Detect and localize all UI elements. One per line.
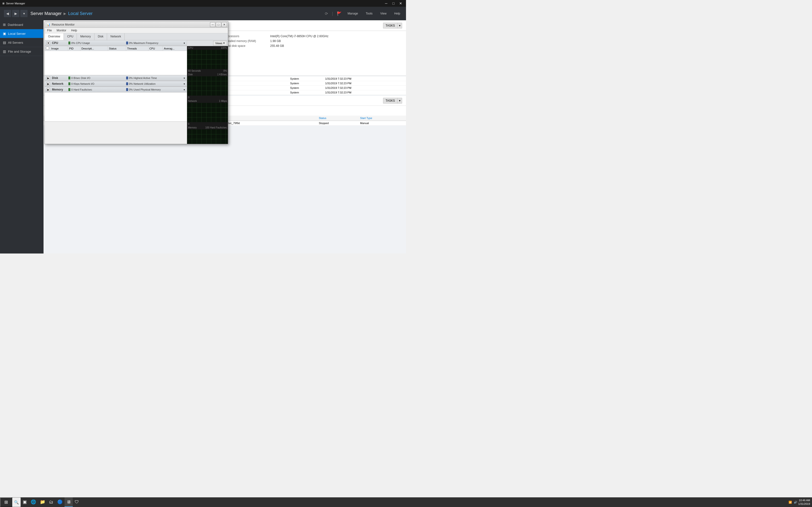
- rm-network-chart-label: Network 1 Mbps: [187, 99, 228, 103]
- rm-memory-meter2: 0% Used Physical Memory: [126, 88, 182, 91]
- col-average[interactable]: Averag...: [163, 46, 187, 51]
- col-start-type[interactable]: Start Type: [358, 116, 406, 121]
- rm-body: ▼ CPU 0% CPU Usage 0% Maximum Frequency …: [45, 40, 228, 144]
- content-area: 🖥 PROPERTIES For ALEXGARCA4485 TASKS ▾ L…: [44, 20, 406, 253]
- breadcrumb-separator: ▶: [63, 12, 66, 15]
- rm-process-header: Image PID Descripti... Status Threads CP…: [45, 46, 187, 51]
- services-tasks-button[interactable]: TASKS ▾: [383, 98, 402, 104]
- rm-cpu-chart: CPU 100%: [187, 46, 228, 73]
- rm-disk-meter1: 0 B/sec Disk I/O: [68, 76, 124, 79]
- rm-tab-network[interactable]: Network: [107, 33, 125, 40]
- rm-cpu-section: ▼ CPU 0% CPU Usage 0% Maximum Frequency …: [45, 40, 187, 75]
- rm-cpu-bar-blue: [126, 42, 128, 44]
- rm-tab-memory[interactable]: Memory: [77, 33, 94, 40]
- rm-disk-chart: Disk 1 KB/sec: [187, 73, 228, 99]
- rm-title-text: Resource Monitor: [52, 23, 75, 26]
- rm-network-header[interactable]: ▶ Network 0 Kbps Network I/O 0% Network …: [45, 81, 187, 87]
- rm-cpu-header[interactable]: ▼ CPU 0% CPU Usage 0% Maximum Frequency …: [45, 40, 187, 46]
- rm-tab-overview[interactable]: Overview: [45, 33, 64, 40]
- process-select-all[interactable]: [46, 47, 49, 50]
- rm-tabs: Overview CPU Memory Disk Network: [45, 33, 228, 40]
- tasks-button[interactable]: TASKS ▾: [383, 23, 402, 29]
- manage-button[interactable]: Manage: [346, 11, 360, 16]
- rm-memory-faults-text: 0 Hard Faults/sec: [71, 88, 92, 91]
- rm-network-chart-area: [187, 103, 228, 122]
- cpu-chart-title: CPU: [188, 47, 193, 49]
- nav-forward-button[interactable]: ▶: [12, 10, 19, 17]
- rm-titlebar: 📊 Resource Monitor ─ □ ✕: [45, 21, 228, 28]
- rm-tab-cpu[interactable]: CPU: [64, 33, 77, 40]
- rm-memory-expand-icon[interactable]: ▶: [47, 88, 50, 91]
- services-tasks-arrow-icon: ▾: [397, 98, 402, 103]
- all-servers-icon: ▤: [3, 41, 6, 44]
- view-button[interactable]: View: [378, 11, 389, 16]
- rm-network-io-text: 0 Kbps Network I/O: [71, 82, 94, 85]
- rm-cpu-expand-icon[interactable]: ▼: [47, 41, 50, 45]
- rm-cpu-usage-text: 0% CPU Usage: [71, 42, 90, 44]
- help-button[interactable]: Help: [392, 11, 402, 16]
- close-button[interactable]: ✕: [397, 1, 404, 6]
- sidebar-item-dashboard[interactable]: ⊞ Dashboard: [0, 20, 43, 29]
- views-arrow-icon: ▾: [223, 42, 225, 45]
- rm-cpu-arrow-icon: ▾: [184, 42, 185, 44]
- rm-network-section: ▶ Network 0 Kbps Network I/O 0% Network …: [45, 81, 187, 87]
- services-tasks-label: TASKS: [383, 98, 397, 103]
- rm-memory-header[interactable]: ▶ Memory 0 Hard Faults/sec 0% Used Physi…: [45, 87, 187, 93]
- col-status[interactable]: Status: [108, 46, 126, 51]
- rm-disk-meter2: 0% Highest Active Time: [126, 76, 182, 79]
- rm-network-bar-blue: [126, 82, 128, 85]
- minimize-button[interactable]: ─: [383, 1, 390, 6]
- rm-cpu-chart-area: [187, 50, 228, 69]
- rm-network-meter2: 0% Network Utilization: [126, 82, 182, 85]
- memory-chart-max: 100 Hard Faults/sec: [205, 126, 227, 129]
- col-status[interactable]: Status: [317, 116, 358, 121]
- rm-minimize-button[interactable]: ─: [210, 22, 215, 27]
- rm-menu-file[interactable]: File: [45, 28, 54, 33]
- main-layout: ⊞ Dashboard ▣ Local Server ▤ All Servers…: [0, 20, 406, 253]
- rm-disk-header[interactable]: ▶ Disk 0 B/sec Disk I/O 0% Highest Activ…: [45, 75, 187, 81]
- views-button[interactable]: Views ▾: [213, 41, 227, 45]
- col-description[interactable]: Descripti...: [80, 46, 108, 51]
- sidebar-item-all-servers[interactable]: ▤ All Servers: [0, 38, 43, 47]
- sidebar-label-file-storage: File and Storage: [8, 50, 31, 53]
- tools-button[interactable]: Tools: [364, 11, 374, 16]
- rm-memory-chart-area: [187, 129, 228, 144]
- rm-network-expand-icon[interactable]: ▶: [47, 82, 50, 86]
- rm-menu-help[interactable]: Help: [69, 28, 80, 33]
- rm-memory-meter1: 0 Hard Faults/sec: [68, 88, 124, 91]
- sidebar-item-local-server[interactable]: ▣ Local Server: [0, 29, 43, 38]
- dashboard-icon: ⊞: [3, 23, 6, 26]
- rm-disk-chart-footer: 0: [187, 96, 228, 99]
- rm-cpu-chart-label: CPU 100%: [187, 46, 228, 50]
- col-cpu[interactable]: CPU: [148, 46, 163, 51]
- rm-menubar: File Monitor Help: [45, 28, 228, 33]
- col-threads[interactable]: Threads: [126, 46, 148, 51]
- rm-memory-arrow-icon: ▾: [184, 89, 185, 91]
- maximize-button[interactable]: □: [390, 1, 397, 6]
- rm-tab-disk[interactable]: Disk: [95, 33, 107, 40]
- sidebar-item-file-storage[interactable]: ▥ File and Storage: [0, 47, 43, 56]
- rm-cpu-freq-text: 0% Maximum Frequency: [129, 42, 158, 44]
- title-bar-left: 🖥 Server Manager: [2, 2, 25, 5]
- app-name: Server Manager: [31, 11, 62, 16]
- rm-menu-monitor[interactable]: Monitor: [54, 28, 69, 33]
- sidebar: ⊞ Dashboard ▣ Local Server ▤ All Servers…: [0, 20, 44, 253]
- col-image[interactable]: Image: [50, 46, 68, 51]
- rm-disk-expand-icon[interactable]: ▶: [47, 76, 50, 80]
- current-page: Local Server: [68, 11, 93, 16]
- rm-network-arrow-icon: ▾: [184, 82, 185, 85]
- title-bar-text: Server Manager: [6, 2, 25, 5]
- rm-title: 📊 Resource Monitor: [47, 23, 75, 26]
- rm-disk-bar-green: [68, 76, 70, 79]
- rm-memory-chart: Memory 100 Hard Faults/sec: [187, 126, 228, 144]
- col-pid[interactable]: PID: [68, 46, 80, 51]
- app-icon: 🖥: [2, 2, 5, 5]
- rm-disk-io-text: 0 B/sec Disk I/O: [71, 76, 90, 79]
- rm-maximize-button[interactable]: □: [216, 22, 221, 27]
- rm-cpu-chart-footer: 60 Seconds 0%: [187, 69, 228, 73]
- nav-back-button[interactable]: ◀: [4, 10, 11, 17]
- rm-memory-bar-blue: [126, 88, 128, 91]
- header-right: ⟳ | 🚩 Manage Tools View Help: [325, 11, 402, 16]
- nav-dropdown-button[interactable]: ▾: [20, 10, 28, 17]
- rm-close-button[interactable]: ✕: [221, 22, 227, 27]
